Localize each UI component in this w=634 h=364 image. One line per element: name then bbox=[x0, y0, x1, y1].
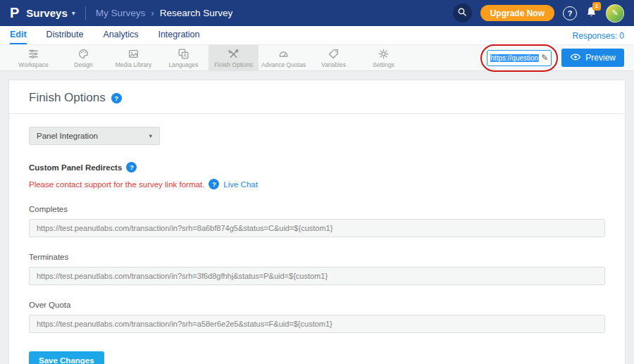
over-quota-label: Over Quota bbox=[29, 301, 605, 309]
header-divider bbox=[85, 6, 86, 20]
question-icon: ? bbox=[568, 9, 573, 18]
completes-field: Completes bbox=[29, 205, 605, 237]
survey-nav: Edit Distribute Analytics Integration Re… bbox=[0, 26, 634, 44]
tools-icon bbox=[228, 48, 240, 60]
breadcrumb: My Surveys › Research Survey bbox=[96, 8, 233, 18]
completes-input[interactable] bbox=[29, 219, 605, 237]
toolbar-label: Design bbox=[74, 61, 92, 68]
breadcrumb-current: Research Survey bbox=[160, 8, 233, 18]
toolbar-item-design[interactable]: Design bbox=[58, 45, 108, 70]
survey-url-text: https://questionpro.com/t/A bbox=[490, 54, 539, 62]
toolbar-label: Advance Quotas bbox=[261, 61, 306, 68]
redirects-heading-row: Custom Panel Redirects ? bbox=[29, 162, 605, 172]
product-name: Surveys bbox=[26, 7, 67, 19]
avatar-pencil-icon: ✎ bbox=[611, 8, 618, 18]
toolbar-label: Languages bbox=[168, 61, 198, 68]
search-button[interactable] bbox=[453, 4, 472, 23]
toolbar-item-finish-options[interactable]: Finish Options bbox=[209, 45, 259, 70]
redirects-help-icon[interactable]: ? bbox=[126, 162, 137, 172]
responses-count: Responses: 0 bbox=[573, 31, 624, 44]
over-quota-input[interactable] bbox=[29, 315, 605, 333]
toolbar-item-workspace[interactable]: Workspace bbox=[8, 45, 58, 70]
live-chat-icon[interactable]: ? bbox=[209, 179, 219, 189]
terminates-input[interactable] bbox=[29, 267, 605, 285]
toolbar-label: Finish Options bbox=[214, 61, 252, 68]
help-button[interactable]: ? bbox=[563, 6, 577, 20]
card-header: Finish Options ? bbox=[9, 80, 625, 113]
finish-options-help-icon[interactable]: ? bbox=[111, 93, 122, 103]
toolbar-label: Workspace bbox=[18, 61, 48, 68]
chevron-down-icon: ▾ bbox=[149, 132, 152, 139]
panel-integration-dropdown[interactable]: Panel Integration ▾ bbox=[29, 127, 160, 145]
toolbar-item-media-library[interactable]: Media Library bbox=[108, 45, 158, 70]
survey-url-wrap: https://questionpro.com/t/A ✎ bbox=[487, 50, 552, 66]
tab-distribute[interactable]: Distribute bbox=[46, 30, 84, 44]
preview-button[interactable]: Preview bbox=[561, 49, 624, 67]
tab-analytics[interactable]: Analytics bbox=[103, 30, 138, 44]
tab-integration[interactable]: Integration bbox=[158, 30, 199, 44]
notifications-button[interactable]: 1 bbox=[585, 6, 597, 20]
gear-icon bbox=[378, 48, 390, 60]
toolbar-label: Variables bbox=[321, 61, 346, 68]
survey-url-field[interactable]: https://questionpro.com/t/A ✎ bbox=[487, 50, 552, 66]
questionpro-logo[interactable]: P bbox=[10, 5, 19, 21]
toolbar-item-advance-quotas[interactable]: Advance Quotas bbox=[259, 45, 309, 70]
palette-icon bbox=[77, 48, 89, 60]
toolbar-item-languages[interactable]: A Languages bbox=[158, 45, 209, 70]
chevron-down-icon: ▾ bbox=[72, 9, 75, 17]
terminates-label: Terminates bbox=[29, 253, 605, 261]
notification-badge: 1 bbox=[592, 2, 601, 11]
product-switcher[interactable]: Surveys ▾ bbox=[26, 7, 75, 19]
translate-icon: A bbox=[178, 48, 189, 60]
edit-toolbar: Workspace Design Media Library bbox=[0, 44, 634, 71]
support-note: Please contact support for the survey li… bbox=[29, 180, 204, 189]
completes-label: Completes bbox=[29, 205, 605, 213]
edit-pencil-icon[interactable]: ✎ bbox=[541, 54, 548, 62]
breadcrumb-my-surveys[interactable]: My Surveys bbox=[96, 8, 146, 18]
finish-options-card: Finish Options ? Panel Integration ▾ Cus… bbox=[8, 80, 626, 364]
tag-icon bbox=[328, 48, 340, 60]
over-quota-field: Over Quota bbox=[29, 301, 605, 333]
image-icon bbox=[128, 48, 139, 60]
eye-icon bbox=[570, 53, 581, 63]
header-actions: Upgrade Now ? 1 ✎ bbox=[453, 4, 624, 23]
preview-label: Preview bbox=[585, 53, 616, 63]
dropdown-value: Panel Integration bbox=[37, 132, 98, 140]
svg-text:A: A bbox=[183, 53, 187, 58]
upgrade-now-button[interactable]: Upgrade Now bbox=[480, 5, 554, 21]
avatar[interactable]: ✎ bbox=[606, 4, 624, 23]
top-header: P Surveys ▾ My Surveys › Research Survey… bbox=[0, 0, 634, 26]
toolbar-right: https://questionpro.com/t/A ✎ Preview bbox=[487, 45, 634, 70]
workspace-icon bbox=[27, 48, 39, 60]
toolbar-label: Settings bbox=[373, 61, 394, 68]
toolbar-item-settings[interactable]: Settings bbox=[359, 45, 409, 70]
save-changes-button[interactable]: Save Changes bbox=[29, 351, 104, 364]
search-icon bbox=[457, 7, 467, 19]
breadcrumb-separator: › bbox=[151, 8, 154, 18]
toolbar-item-variables[interactable]: Variables bbox=[309, 45, 359, 70]
page-title: Finish Options bbox=[29, 91, 106, 105]
terminates-field: Terminates bbox=[29, 253, 605, 285]
toolbar-label: Media Library bbox=[116, 61, 152, 68]
card-body: Panel Integration ▾ Custom Panel Redirec… bbox=[9, 114, 625, 364]
live-chat-link[interactable]: Live Chat bbox=[223, 180, 258, 189]
gauge-icon bbox=[278, 48, 290, 60]
page-area: Finish Options ? Panel Integration ▾ Cus… bbox=[0, 71, 634, 364]
tab-edit[interactable]: Edit bbox=[10, 30, 27, 44]
redirects-heading: Custom Panel Redirects bbox=[29, 163, 122, 172]
support-note-row: Please contact support for the survey li… bbox=[29, 179, 605, 189]
